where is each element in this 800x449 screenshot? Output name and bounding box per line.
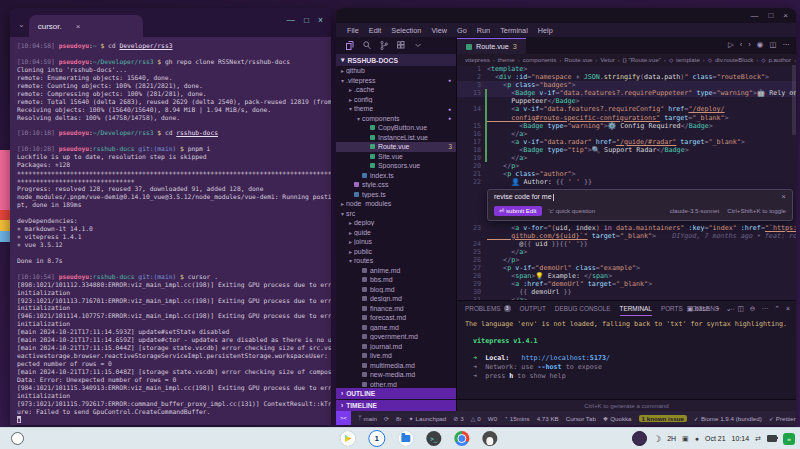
- panel-tab-problems[interactable]: PROBLEMS3: [465, 301, 511, 316]
- tree-item-finance.md[interactable]: finance.md: [336, 304, 456, 314]
- tray-clock[interactable]: 10:14: [732, 435, 750, 442]
- files-icon[interactable]: [346, 41, 354, 50]
- menu-file[interactable]: File: [342, 26, 364, 35]
- terminal-tab[interactable]: cursor. ×: [29, 15, 143, 37]
- status-4-73-kb[interactable]: 4.73 KB: [537, 415, 559, 422]
- app-linux-penguin-icon[interactable]: [482, 431, 497, 446]
- editor-actions[interactable]: ▷‹›◉◫⋯: [728, 40, 790, 49]
- model-selector[interactable]: claude-3.5-sonnet: [670, 207, 720, 215]
- tree-item-bbs.md[interactable]: bbs.md: [336, 275, 456, 285]
- menu-edit[interactable]: Edit: [364, 26, 387, 35]
- run-icon[interactable]: ▷: [728, 40, 734, 49]
- shell-selector[interactable]: ▣ bash: [687, 305, 710, 313]
- status-main[interactable]: ᛘmain: [358, 415, 377, 422]
- status-w0[interactable]: W0: [488, 415, 497, 422]
- split-terminal-icon[interactable]: ◫: [737, 305, 743, 313]
- tree-item-config[interactable]: ▸config: [336, 95, 456, 105]
- new-terminal-icon[interactable]: +: [716, 305, 720, 312]
- tree-item-index.ts[interactable]: index.ts: [336, 171, 456, 181]
- panel-tabs[interactable]: PROBLEMS3OUTPUTDEBUG CONSOLETERMINALPORT…: [457, 301, 796, 316]
- tree-item-Site.vue[interactable]: Site.vue: [336, 152, 456, 162]
- minimize-button[interactable]: —: [286, 15, 295, 25]
- breadcrumb-item[interactable]: {} "Route.vue": [623, 56, 661, 63]
- tree-item-Sponsors.vue[interactable]: Sponsors.vue: [336, 161, 456, 171]
- panel-actions[interactable]: ▣ bash+⌄◫⊖⋯⌃×: [687, 301, 790, 316]
- chromeos-shelf[interactable]: 1>_ ☽ 2H ▣ ● Oct 21 10:14 ⇄ ‹›: [0, 427, 800, 449]
- forward-icon[interactable]: ›: [748, 40, 751, 49]
- tree-item-new-media.md[interactable]: new-media.md: [336, 370, 456, 380]
- more-actions-icon[interactable]: ⋯: [762, 305, 769, 313]
- panel-tab-debug-console[interactable]: DEBUG CONSOLE: [555, 301, 611, 316]
- tree-item-theme[interactable]: ▾theme●: [336, 104, 456, 114]
- tree-item-types.ts[interactable]: types.ts: [336, 190, 456, 200]
- tree-item-Route.vue[interactable]: Route.vue3: [336, 142, 456, 152]
- terminal-titlebar[interactable]: ⌄ cursor. × —□×: [10, 8, 331, 37]
- breadcrumb[interactable]: vitepress›theme›components›Route.vue›Vet…: [457, 54, 796, 65]
- chevron-down-icon[interactable]: [414, 41, 422, 50]
- explorer-sidebar[interactable]: ▾ RSSHUB-DOCS ▸github▾.vitepress●▸.cache…: [336, 37, 457, 411]
- extensions-icon[interactable]: [397, 41, 405, 50]
- tree-item-node_modules[interactable]: ▸node_modules: [336, 199, 456, 209]
- status-1-known-issue[interactable]: 1 known issue: [639, 415, 687, 422]
- explorer-header[interactable]: ▾ RSSHUB-DOCS: [336, 54, 456, 66]
- status-bar[interactable]: ><ᛘmain⟳8r✦Launchpad⊘3△0W0◔15mins4.73 KB…: [336, 411, 796, 425]
- code-editor-window[interactable]: —□× FileEditSelectionViewGoRunTerminalHe…: [336, 8, 796, 425]
- status-0[interactable]: △0: [471, 415, 481, 422]
- minimize-button[interactable]: —: [750, 11, 758, 20]
- tree-item-anime.md[interactable]: anime.md: [336, 266, 456, 276]
- app-files-icon[interactable]: [398, 431, 413, 446]
- app-play-store-icon[interactable]: [340, 431, 355, 446]
- app-chrome-icon[interactable]: [454, 431, 469, 446]
- tree-item-public[interactable]: ▸public: [336, 247, 456, 257]
- menu-selection[interactable]: Selection: [386, 26, 426, 35]
- sidebar-sections[interactable]: ›OUTLINE›TIMELINE: [336, 387, 456, 411]
- tree-item-github[interactable]: ▸github: [336, 66, 456, 76]
- tree-item-forecast.md[interactable]: forecast.md: [336, 313, 456, 323]
- tree-item-deploy[interactable]: ▸deploy: [336, 218, 456, 228]
- breadcrumb-item[interactable]: vitepress: [465, 56, 490, 63]
- breadcrumb-item[interactable]: div.routeBlock: [715, 56, 753, 63]
- file-tree[interactable]: ▸github▾.vitepress●▸.cache▸config▾theme●…: [336, 66, 456, 387]
- status-quokka[interactable]: ❖Quokka: [603, 415, 632, 422]
- search-icon[interactable]: [363, 41, 371, 50]
- editor-scrollbar[interactable]: [792, 65, 796, 135]
- tree-item-joinus[interactable]: ▸joinus: [336, 237, 456, 247]
- app-password-manager-icon[interactable]: 1: [368, 430, 385, 447]
- breadcrumb-item[interactable]: theme: [498, 56, 515, 63]
- editor-menubar[interactable]: FileEditSelectionViewGoRunTerminalHelp: [336, 23, 796, 37]
- close-button[interactable]: ×: [318, 15, 323, 25]
- status-3[interactable]: ⊘3: [453, 415, 463, 422]
- status-8r[interactable]: 8r: [396, 415, 402, 422]
- tree-item-style.css[interactable]: style.css: [336, 180, 456, 190]
- tree-item-src[interactable]: ▾src: [336, 209, 456, 219]
- status-biome-1-9-4-bundled-[interactable]: ✓Biome 1.9.4 (bundled): [694, 415, 762, 422]
- panel-tab-output[interactable]: OUTPUT: [520, 301, 546, 316]
- status-cursor-tab[interactable]: Cursor Tab: [566, 415, 596, 422]
- tree-item-game.md[interactable]: game.md: [336, 323, 456, 333]
- terminal-window[interactable]: ⌄ cursor. × —□× [10:04:58] pseudoyu:~ $ …: [10, 8, 331, 425]
- kill-terminal-icon[interactable]: ⊖: [750, 305, 756, 313]
- editor-titlebar[interactable]: —□×: [336, 8, 796, 23]
- panel-tab-ports[interactable]: PORTS: [661, 301, 683, 316]
- tree-item-CopyButton.vue[interactable]: CopyButton.vue: [336, 123, 456, 133]
- close-panel-icon[interactable]: ×: [786, 305, 790, 312]
- tree-item-journal.md[interactable]: journal.md: [336, 342, 456, 352]
- terminal-output[interactable]: [10:04:58] pseudoyu:~ $ cd Developer/rss…: [10, 37, 331, 425]
- avatar[interactable]: [632, 431, 647, 446]
- system-tray[interactable]: ☽ 2H ▣ ● Oct 21 10:14 ⇄ ‹›: [632, 431, 795, 446]
- menu-view[interactable]: View: [426, 26, 452, 35]
- activity-icon-strip[interactable]: [336, 37, 456, 54]
- breadcrumb-item[interactable]: template: [676, 56, 700, 63]
- back-icon[interactable]: ‹: [740, 40, 743, 49]
- tab-route-vue[interactable]: Route.vue 3: [457, 38, 526, 54]
- chevron-down-icon[interactable]: ⌄: [726, 305, 732, 313]
- integrated-terminal[interactable]: The language 'env' is not loaded, fallin…: [457, 316, 796, 399]
- bottom-panel[interactable]: PROBLEMS3OUTPUTDEBUG CONSOLETERMINALPORT…: [457, 300, 796, 411]
- tree-item-multimedia.md[interactable]: multimedia.md: [336, 361, 456, 371]
- breadcrumb-item[interactable]: p.author: [768, 56, 791, 63]
- menu-terminal[interactable]: Terminal: [495, 26, 533, 35]
- breadcrumb-item[interactable]: Vetur: [600, 56, 614, 63]
- tray-date[interactable]: Oct 21: [705, 435, 726, 442]
- close-icon[interactable]: ×: [76, 22, 81, 31]
- inline-ai-edit-widget[interactable]: revise code for me × ⏎ submit Edit 'c' q…: [487, 189, 793, 220]
